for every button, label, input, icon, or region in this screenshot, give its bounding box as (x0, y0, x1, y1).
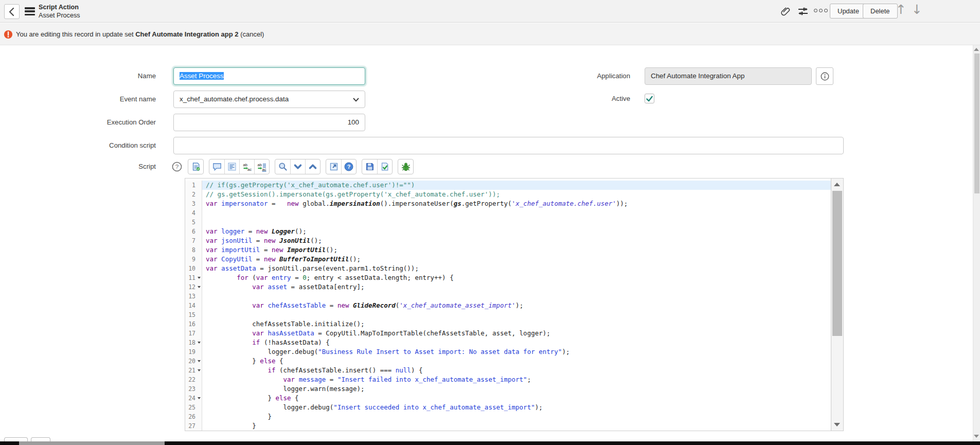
code-line-7[interactable]: 7var jsonUtil = new JsonUtil(); (185, 236, 831, 245)
context-menu-icon[interactable] (25, 7, 35, 15)
code-text[interactable]: var importUtil = new ImportUtil(); (202, 245, 831, 255)
personalize-form-icon[interactable] (796, 5, 810, 18)
code-line-2[interactable]: 2// gs.getSession().impersonate(gs.getPr… (185, 190, 831, 199)
code-line-21[interactable]: 21 if (chefAssetsTable.insert() === null… (185, 366, 831, 375)
previous-record-icon[interactable]: ↑ (896, 2, 906, 17)
editor-scrollbar-thumb[interactable] (832, 191, 842, 336)
code-fold-icon[interactable] (198, 369, 201, 371)
open-full-screen-icon[interactable] (326, 159, 341, 174)
replace-all-icon[interactable]: abac (254, 159, 269, 174)
code-text[interactable]: } else { (202, 357, 831, 366)
code-text[interactable]: var impersonator = new global.impersinat… (202, 199, 831, 208)
code-line-19[interactable]: 19 logger.debug("Business Rule Insert to… (185, 347, 831, 357)
api-help-icon[interactable]: ? (341, 159, 356, 174)
syntax-check-icon[interactable] (377, 159, 392, 174)
code-line-15[interactable]: 15 (185, 310, 831, 319)
code-text[interactable]: if (chefAssetsTable.insert() === null) { (202, 366, 831, 375)
code-text[interactable] (202, 218, 831, 227)
code-text[interactable] (202, 310, 831, 319)
format-code-icon[interactable] (224, 159, 239, 174)
horizontal-scrollbar[interactable] (0, 441, 980, 445)
editor-scroll-down-icon[interactable] (834, 423, 840, 426)
code-line-10[interactable]: 10var assetData = jsonUtil.parse(event.p… (185, 264, 831, 273)
code-line-6[interactable]: 6var logger = new Logger(); (185, 227, 831, 236)
page-scroll-down-icon[interactable] (974, 435, 979, 438)
event-name-select[interactable]: x_chef_automate.chef.process.data (173, 91, 365, 108)
code-text[interactable]: if (!hasAssetData) { (202, 338, 831, 347)
code-text[interactable]: } else { (202, 394, 831, 403)
toggle-comment-icon[interactable] (209, 159, 224, 174)
code-line-1[interactable]: 1// if(gs.getProperty('x_chef_automate.c… (185, 181, 831, 190)
code-line-17[interactable]: 17 var hasAssetData = CopyUtil.MapToImpo… (185, 329, 831, 338)
script-code-editor[interactable]: 1// if(gs.getProperty('x_chef_automate.c… (185, 178, 844, 431)
code-line-12[interactable]: 12 var asset = assetData[entry]; (185, 282, 831, 292)
code-line-3[interactable]: 3var impersonator = new global.impersina… (185, 199, 831, 208)
code-text[interactable]: var message = "Insert failed into x_chef… (202, 375, 831, 384)
horizontal-scrollbar-thumb[interactable] (19, 441, 165, 445)
find-previous-icon[interactable] (305, 159, 320, 174)
code-fold-icon[interactable] (198, 342, 201, 344)
page-scrollbar-thumb[interactable] (974, 54, 979, 193)
code-fold-icon[interactable] (198, 286, 201, 288)
code-line-16[interactable]: 16 chefAssetsTable.initialize(); (185, 319, 831, 329)
code-text[interactable] (202, 292, 831, 301)
save-icon[interactable] (362, 159, 377, 174)
code-text[interactable]: // if(gs.getProperty('x_chef_automate.ch… (202, 181, 831, 190)
name-input[interactable]: Asset Process (173, 67, 365, 85)
code-text[interactable]: // gs.getSession().impersonate(gs.getPro… (202, 190, 831, 199)
code-line-8[interactable]: 8var importUtil = new ImportUtil(); (185, 245, 831, 255)
code-text[interactable]: var jsonUtil = new JsonUtil(); (202, 236, 831, 245)
code-text[interactable]: var hasAssetData = CopyUtil.MapToImportT… (202, 329, 831, 338)
code-line-25[interactable]: 25 logger.debug("Insert succeeded into x… (185, 403, 831, 412)
replace-icon[interactable]: abac (239, 159, 254, 174)
page-scroll-up-icon[interactable] (974, 48, 979, 51)
code-line-20[interactable]: 20 } else { (185, 357, 831, 366)
find-next-icon[interactable] (290, 159, 305, 174)
code-line-24[interactable]: 24 } else { (185, 394, 831, 403)
code-text[interactable]: var assetData = jsonUtil.parse(event.par… (202, 264, 831, 273)
condition-script-input[interactable] (173, 137, 844, 154)
code-line-5[interactable]: 5 (185, 218, 831, 227)
code-line-23[interactable]: 23 logger.warn(message); (185, 384, 831, 394)
code-text[interactable]: var chefAssetsTable = new GlideRecord('x… (202, 301, 831, 310)
attachment-icon[interactable] (779, 5, 792, 18)
debug-icon[interactable] (398, 159, 413, 174)
search-icon[interactable] (275, 159, 290, 174)
update-button[interactable]: Update (830, 4, 867, 19)
application-info-button[interactable] (816, 67, 833, 85)
code-fold-icon[interactable] (198, 360, 201, 362)
code-line-26[interactable]: 26 } (185, 412, 831, 421)
execution-order-input[interactable]: 100 (173, 114, 365, 131)
help-icon[interactable]: ? (171, 161, 183, 172)
active-checkbox[interactable] (645, 94, 654, 103)
page-scrollbar[interactable] (973, 45, 980, 441)
banner-cancel-link[interactable]: (cancel) (239, 30, 264, 38)
code-line-9[interactable]: 9var CopyUtil = new BufferToImportUtil()… (185, 255, 831, 264)
editor-scrollbar[interactable] (831, 179, 843, 431)
code-text[interactable]: } (202, 412, 831, 421)
code-text[interactable]: var logger = new Logger(); (202, 227, 831, 236)
code-text[interactable]: logger.warn(message); (202, 384, 831, 394)
code-text[interactable]: var CopyUtil = new BufferToImportUtil(); (202, 255, 831, 264)
next-record-icon[interactable]: ↓ (912, 2, 922, 17)
editor-scroll-up-icon[interactable] (834, 183, 840, 186)
code-line-18[interactable]: 18 if (!hasAssetData) { (185, 338, 831, 347)
code-line-27[interactable]: 27 } (185, 421, 831, 431)
code-text[interactable]: logger.debug("Insert succeeded into x_ch… (202, 403, 831, 412)
code-line-14[interactable]: 14 var chefAssetsTable = new GlideRecord… (185, 301, 831, 310)
code-line-13[interactable]: 13 (185, 292, 831, 301)
code-text[interactable]: var asset = assetData[entry]; (202, 282, 831, 292)
code-line-4[interactable]: 4 (185, 208, 831, 218)
code-text[interactable]: chefAssetsTable.initialize(); (202, 319, 831, 329)
code-text[interactable]: } (202, 421, 831, 431)
code-text[interactable]: for (var entry = 0; entry < assetData.le… (202, 273, 831, 282)
more-options-icon[interactable] (814, 9, 828, 12)
code-fold-icon[interactable] (198, 397, 201, 399)
code-text[interactable]: logger.debug("Business Rule Insert to As… (202, 347, 831, 357)
code-fold-icon[interactable] (198, 277, 201, 279)
code-lines[interactable]: 1// if(gs.getProperty('x_chef_automate.c… (185, 179, 831, 431)
script-editor-icon[interactable] (188, 159, 203, 174)
code-line-22[interactable]: 22 var message = "Insert failed into x_c… (185, 375, 831, 384)
code-line-11[interactable]: 11 for (var entry = 0; entry < assetData… (185, 273, 831, 282)
code-text[interactable] (202, 208, 831, 218)
